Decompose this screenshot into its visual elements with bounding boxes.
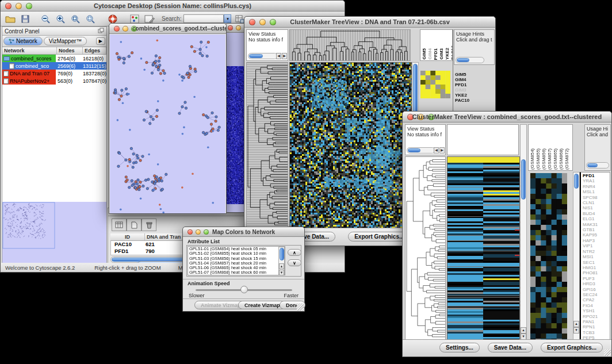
scroll-up-icon[interactable]: ▲	[279, 263, 284, 269]
network-overview-thumbnail[interactable]	[2, 202, 106, 263]
map-colors-dialog: Map Colors to Network Attribute List GPL…	[182, 227, 305, 312]
network-file-icon	[3, 78, 9, 84]
close-icon[interactable]	[407, 114, 414, 120]
tv2-usage-hints: Usage Hi Click and	[584, 124, 611, 171]
float-panel-icon[interactable]	[98, 28, 104, 35]
network-view-titlebar[interactable]: combined_scores_good.txt--cluste...	[109, 24, 226, 34]
status-hint-zoom: Right-click + drag to ZOOM	[94, 265, 160, 271]
network-canvas[interactable]	[110, 35, 225, 213]
tv2-gene-panel: PFD1YRA1RNR4MSL1SPC98CLN1NIS1BUD4ELG1MAK…	[580, 172, 610, 340]
tab-vizmapper-label: VizMapper™	[49, 38, 82, 44]
treeview2-titlebar[interactable]: ClusterMaker TreeView : combined_scores_…	[403, 112, 611, 122]
tv2-gene-labels: PFD1YRA1RNR4MSL1SPC98CLN1NIS1BUD4ELG1MAK…	[583, 173, 598, 340]
tv2-view-status: View Status No status info f ◀ ▶	[405, 124, 446, 155]
zoom-window-icon[interactable]	[131, 26, 137, 32]
search-input[interactable]: ▼	[183, 14, 231, 23]
tv2-action-button[interactable]: Settings...	[439, 343, 480, 352]
tv1-status-hscrollbar[interactable]	[248, 53, 278, 59]
zoom-window-icon[interactable]	[270, 19, 276, 25]
table-mode-icon[interactable]	[112, 219, 127, 231]
control-panel-title: Control Panel	[5, 28, 40, 35]
attribute-listbox[interactable]: GPL51-01 (GSM854) heat shock 05 minGPL51…	[188, 246, 285, 275]
minimize-icon[interactable]	[236, 25, 241, 30]
zoom-window-icon[interactable]	[204, 229, 209, 235]
main-titlebar[interactable]: Cytoscape Desktop (Session Name: collins…	[1, 1, 345, 12]
zoom-selected-icon[interactable]	[85, 13, 97, 25]
scroll-up-icon[interactable]: ▲	[573, 321, 579, 327]
network-row[interactable]: RNAPuberNov2+ 563(0) 107847(0)	[2, 77, 106, 85]
treeview1-titlebar[interactable]: ClusterMaker TreeView : DNA and Tran 07-…	[244, 17, 495, 28]
search-dropdown-icon[interactable]: ▼	[224, 14, 231, 23]
network-file-icon	[3, 56, 10, 61]
slower-label: Slower	[189, 293, 205, 298]
zoom-window-icon[interactable]	[428, 114, 434, 120]
minimize-icon[interactable]	[16, 3, 22, 9]
main-window-title: Cytoscape Desktop (Session Name: collins…	[1, 2, 345, 9]
delete-attribute-icon[interactable]	[141, 219, 156, 231]
network-view-title: combined_scores_good.txt--cluste...	[132, 25, 226, 32]
network-file-icon	[3, 71, 9, 76]
status-welcome: Welcome to Cytoscape 2.6.2	[5, 265, 75, 271]
tv2-usage-hscrollbar[interactable]	[586, 162, 609, 168]
tab-overflow-button[interactable]: ▶	[96, 37, 105, 45]
move-down-button[interactable]: ∨	[288, 259, 301, 266]
zoom-window-icon[interactable]	[26, 3, 32, 9]
tv2-status-hscrollbar[interactable]	[407, 147, 435, 154]
network-file-icon	[9, 63, 14, 69]
network-row[interactable]: DNA and Tran 07 769(0) 183728(0)	[2, 70, 106, 77]
network-row[interactable]: combined_scores 2764(0) 16218(0)	[2, 55, 106, 62]
tv2-action-button[interactable]: Export Graphics...	[541, 343, 603, 352]
close-icon[interactable]	[114, 26, 120, 32]
tv1-usage-hints: Usage Hints Click and drag t	[454, 29, 495, 65]
tab-network[interactable]: Network	[3, 37, 43, 45]
minimize-icon[interactable]	[418, 114, 424, 120]
scroll-right-icon[interactable]: ▶	[439, 147, 445, 154]
zoom-in-icon[interactable]	[55, 13, 67, 25]
close-icon[interactable]	[5, 3, 12, 9]
close-icon[interactable]	[228, 25, 233, 30]
scroll-left-icon[interactable]: ◀	[434, 147, 439, 154]
network-table-header[interactable]: Network Nodes Edges	[2, 47, 106, 55]
scroll-down-icon[interactable]: ▼	[279, 270, 284, 275]
tv1-heatmap[interactable]	[289, 62, 412, 229]
network-table: combined_scores 2764(0) 16218(0) combine…	[2, 55, 106, 85]
tab-vizmapper[interactable]: VizMapper™	[44, 37, 87, 45]
faster-label: Faster	[284, 293, 299, 298]
close-icon[interactable]	[249, 19, 255, 25]
tv2-column-tree-area[interactable]	[447, 124, 519, 155]
minimize-icon[interactable]	[196, 229, 201, 235]
scroll-up-icon[interactable]: ▲	[521, 327, 526, 334]
tv1-action-button[interactable]: Export Graphics...	[348, 232, 410, 242]
network-view-window: combined_scores_good.txt--cluste...	[109, 23, 227, 214]
move-up-button[interactable]: ∧	[288, 249, 301, 256]
tv1-row-dendrogram[interactable]	[246, 62, 288, 228]
slider-thumb[interactable]	[240, 286, 248, 293]
dialog-titlebar[interactable]: Map Colors to Network	[183, 227, 304, 237]
tv2-button-bar: Settings...Save Data...Export Graphics..…	[403, 339, 611, 357]
scroll-left-icon[interactable]: ◀	[276, 53, 281, 59]
attribute-list-scrollbar[interactable]: ▲ ▼	[278, 247, 285, 275]
close-icon[interactable]	[188, 229, 193, 235]
tv2-cluster-heatmap[interactable]	[530, 173, 567, 340]
search-label: Search:	[162, 16, 181, 22]
tv2-label-vscrollbar[interactable]: ▲ ▼	[573, 172, 580, 340]
zoom-out-icon[interactable]	[40, 13, 52, 25]
new-attribute-icon[interactable]	[127, 219, 141, 231]
scroll-down-icon[interactable]: ▼	[573, 327, 579, 334]
tv1-col-labels-panel: GIM5GIM4PFD1GIM3YKE2PAC10	[420, 29, 453, 61]
tv2-action-button[interactable]: Save Data...	[488, 343, 533, 352]
tv2-vscrollbar[interactable]: ▲ ▼	[520, 124, 527, 340]
minimize-icon[interactable]	[259, 19, 266, 25]
attribute-list-item[interactable]: GPL51-07 (GSM868) heat shock 60 min	[189, 270, 285, 275]
tv1-cluster-matrix[interactable]	[420, 71, 450, 98]
tv2-row-dendrogram[interactable]	[405, 156, 446, 340]
zoom-fit-icon[interactable]	[70, 13, 82, 25]
network-row[interactable]: combined_sco 2569(6) 13112(15)	[2, 62, 106, 70]
open-session-icon[interactable]	[4, 13, 17, 25]
tv1-column-dendrogram[interactable]	[289, 29, 411, 61]
tv1-usage-hscrollbar[interactable]	[456, 57, 484, 63]
save-session-icon[interactable]	[19, 13, 32, 25]
tv2-heatmap[interactable]	[447, 156, 520, 341]
scroll-right-icon[interactable]: ▶	[282, 53, 287, 59]
minimize-icon[interactable]	[123, 26, 128, 32]
